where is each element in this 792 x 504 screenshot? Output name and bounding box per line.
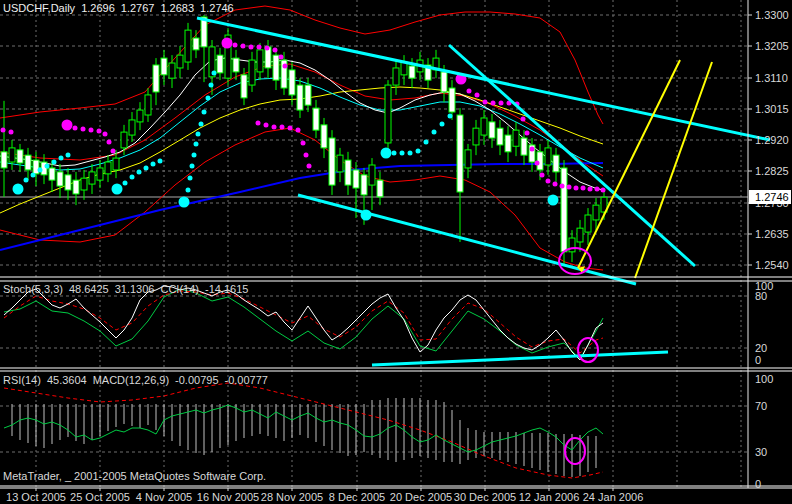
svg-text:30: 30	[755, 446, 767, 458]
stoch-cross-circle[interactable]	[578, 338, 598, 362]
svg-text:1.3300: 1.3300	[755, 9, 789, 21]
svg-text:16 Nov 2005: 16 Nov 2005	[197, 491, 259, 503]
price-axis: 1.33001.32051.31101.30151.29201.28251.27…	[748, 9, 789, 271]
cci-value: -14.1615	[205, 283, 248, 295]
candle	[353, 170, 359, 188]
candle	[473, 128, 479, 145]
macd-main-value: -0.00795	[175, 374, 218, 386]
copyright-text: MetaTrader, _ 2001-2005 MetaQuotes Softw…	[3, 470, 266, 482]
candle	[585, 215, 591, 232]
candle	[1, 152, 7, 168]
candle	[561, 168, 567, 252]
svg-text:24 Jan 2006: 24 Jan 2006	[583, 491, 644, 503]
candle	[169, 63, 175, 78]
svg-text:4 Nov 2005: 4 Nov 2005	[136, 491, 192, 503]
svg-text:1.2825: 1.2825	[755, 165, 789, 177]
chart-canvas[interactable]: 1.33001.32051.31101.30151.29201.28251.27…	[0, 0, 792, 504]
svg-text:70: 70	[755, 400, 767, 412]
candle	[177, 55, 183, 68]
candle	[521, 138, 527, 155]
candle	[329, 138, 335, 185]
candle	[289, 70, 295, 95]
candle	[457, 115, 463, 192]
svg-text:20 Dec 2005: 20 Dec 2005	[390, 491, 452, 503]
candle	[217, 55, 223, 73]
svg-text:1.3015: 1.3015	[755, 103, 789, 115]
candle	[241, 75, 247, 98]
macd-label: MACD(12,26,9)	[93, 374, 169, 386]
stoch-axis: 10080200	[755, 280, 773, 366]
svg-text:0: 0	[755, 354, 761, 366]
svg-text:0: 0	[755, 478, 761, 490]
stoch-k-value: 48.6425	[69, 283, 109, 295]
open-value: 1.2696	[81, 2, 115, 14]
candle	[113, 158, 119, 170]
candle	[97, 168, 103, 180]
svg-text:1.3205: 1.3205	[755, 40, 789, 52]
stoch-label: Stoch(5,3,3)	[3, 283, 63, 295]
candle	[9, 148, 15, 162]
candle	[513, 130, 519, 146]
candle	[385, 85, 391, 143]
candle	[577, 228, 583, 242]
candle	[465, 150, 471, 168]
date-axis: 13 Oct 200525 Oct 20054 Nov 200516 Nov 2…	[6, 488, 643, 503]
candle	[449, 88, 455, 112]
cci-label: CCI(14)	[160, 283, 199, 295]
buy-signal-dots-big-dot	[548, 195, 559, 206]
candle	[193, 38, 199, 50]
svg-text:12 Jan 2006: 12 Jan 2006	[519, 491, 580, 503]
svg-text:100: 100	[755, 373, 773, 385]
candle	[73, 180, 79, 194]
rsi-turn-circle[interactable]	[565, 438, 585, 464]
rsi-indicator-header: RSI(14)45.3604MACD(12,26,9)-0.00795-0.00…	[3, 374, 274, 386]
candle	[137, 110, 143, 122]
candle	[105, 162, 111, 174]
candle	[89, 172, 95, 184]
current-price-tag: 1.2746	[749, 190, 791, 204]
candle	[569, 238, 575, 252]
candle	[65, 175, 71, 190]
candle	[553, 155, 559, 172]
candle	[81, 178, 87, 190]
stoch-panel-lines	[4, 286, 603, 360]
candle	[377, 180, 383, 197]
candle	[297, 85, 303, 110]
buy-signal-dots-big-dot	[13, 184, 24, 195]
candle	[409, 66, 415, 78]
rsi-panel-lines	[4, 383, 603, 478]
candle	[305, 85, 311, 105]
candle	[505, 135, 511, 152]
svg-text:1.2746: 1.2746	[755, 191, 789, 203]
candle	[17, 150, 23, 163]
candle	[441, 72, 447, 92]
candle	[481, 118, 487, 135]
svg-text:1.2540: 1.2540	[755, 259, 789, 271]
candle	[497, 128, 503, 145]
svg-text:13 Oct 2005: 13 Oct 2005	[6, 491, 66, 503]
candle	[33, 160, 39, 174]
candle	[369, 165, 375, 185]
stoch-indicator-header: Stoch(5,3,3)48.642531.1306CCI(14)-14.161…	[3, 283, 254, 295]
buy-signal-dots-big-dot	[112, 184, 123, 195]
buy-signal-dots-big-dot	[179, 197, 190, 208]
svg-text:25 Oct 2005: 25 Oct 2005	[70, 491, 130, 503]
svg-text:20: 20	[755, 342, 767, 354]
stoch-d-value: 31.1306	[115, 283, 155, 295]
candle	[249, 60, 255, 85]
stoch-support-line[interactable]	[372, 352, 668, 365]
svg-text:80: 80	[755, 290, 767, 302]
candle	[233, 58, 239, 72]
grid-lines	[0, 0, 748, 487]
close-value: 1.2746	[200, 2, 234, 14]
candle	[545, 148, 551, 165]
svg-text:8 Dec 2005: 8 Dec 2005	[329, 491, 385, 503]
candle	[273, 55, 279, 80]
svg-text:28 Nov 2005: 28 Nov 2005	[261, 491, 323, 503]
svg-text:30 Dec 2005: 30 Dec 2005	[454, 491, 516, 503]
candle	[393, 68, 399, 85]
sell-signal-dots	[1, 38, 606, 193]
chart-title: USDCHF,Daily1.26961.27671.26831.2746	[3, 2, 240, 14]
candle	[25, 155, 31, 170]
symbol-period-label: USDCHF,Daily	[3, 2, 75, 14]
